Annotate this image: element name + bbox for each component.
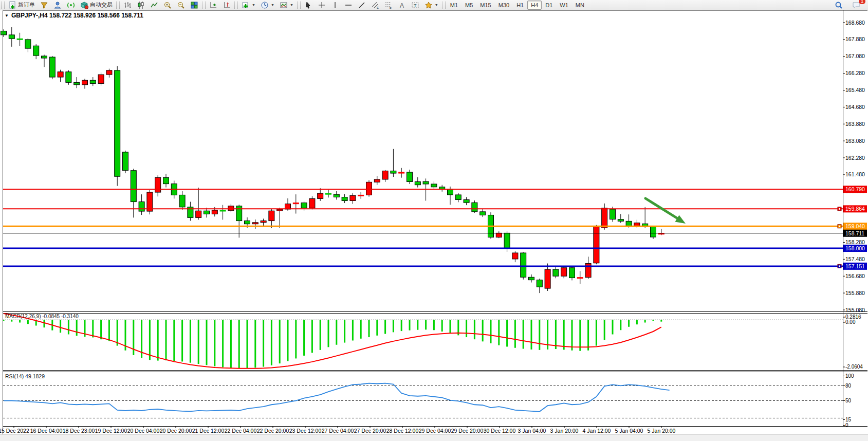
funnel-button[interactable] <box>38 0 51 10</box>
candle <box>74 82 80 85</box>
funnel-icon <box>40 1 48 9</box>
timeframe-button-M1[interactable]: M1 <box>447 1 461 10</box>
bar-chart-icon <box>123 1 132 9</box>
bar-chart-button[interactable] <box>121 0 134 10</box>
timeframe-button-M5[interactable]: M5 <box>461 1 476 10</box>
notifications-button[interactable]: 1 <box>849 0 863 10</box>
timeframe-button-H4[interactable]: H4 <box>527 1 542 10</box>
candle <box>423 181 429 184</box>
candle <box>33 46 39 56</box>
toolbar-grip[interactable] <box>442 2 446 9</box>
price-tag-label: 159.040 <box>845 223 865 229</box>
macd-label: MACD(12,26,9) -0.0845 -0.3140 <box>5 314 79 319</box>
candle <box>245 221 250 224</box>
chart-shift-button[interactable] <box>220 0 233 10</box>
periods-dropdown[interactable]: ▼ <box>258 0 277 10</box>
mt-terminal-window: { "toolbar": { "new_order_label": "新订单",… <box>0 0 868 441</box>
price-tag-label: 160.790 <box>845 186 865 192</box>
time-tick-label: 29 Dec 04:00 <box>419 428 451 434</box>
new-order-button[interactable]: 新订单 <box>6 0 38 10</box>
candle <box>407 172 413 181</box>
time-tick-label: 5 Jan 04:00 <box>615 428 643 434</box>
timeframe-button-M30[interactable]: M30 <box>495 1 513 10</box>
tile-windows-icon <box>190 1 198 9</box>
candle <box>42 56 47 58</box>
candle <box>66 72 71 83</box>
time-tick-label: 22 Dec 04:00 <box>225 428 257 434</box>
candle <box>49 57 55 77</box>
timeframe-button-MN[interactable]: MN <box>572 1 588 10</box>
time-tick-label: 4 Jan 12:00 <box>583 428 611 434</box>
price-tick-label: 161.480 <box>845 171 865 177</box>
add-indicator-icon <box>242 1 250 9</box>
signals-button[interactable] <box>64 0 78 10</box>
candle <box>553 269 559 276</box>
horizontal-line-button[interactable] <box>342 0 355 10</box>
timeframe-button-D1[interactable]: D1 <box>542 1 556 10</box>
timeframe-button-H1[interactable]: H1 <box>513 1 527 10</box>
text-button[interactable]: A <box>395 0 409 10</box>
candle <box>334 194 339 197</box>
time-tick-label: 29 Dec 20:00 <box>451 428 484 434</box>
search-button[interactable] <box>832 0 845 10</box>
candle <box>651 227 656 237</box>
candle <box>464 199 469 203</box>
text-label-button[interactable]: T <box>409 0 422 10</box>
zoom-in-button[interactable] <box>161 0 174 10</box>
candle <box>504 233 510 248</box>
crosshair-icon <box>318 1 326 9</box>
toolbar-grip[interactable] <box>234 2 238 9</box>
candle <box>382 171 388 179</box>
trendline-button[interactable] <box>355 0 368 10</box>
candle <box>293 203 299 204</box>
candle <box>318 193 323 198</box>
candle <box>163 177 169 183</box>
timeframe-button-M15[interactable]: M15 <box>476 1 494 10</box>
time-tick-label: 22 Dec 20:00 <box>257 428 289 434</box>
timeframe-button-W1[interactable]: W1 <box>556 1 572 10</box>
candle <box>480 212 486 215</box>
candle <box>399 172 404 173</box>
candle <box>326 193 331 194</box>
macd-axis-label: -2.0604 <box>845 364 863 370</box>
candle <box>204 211 210 214</box>
equidistant-channel-button[interactable]: E <box>368 0 382 10</box>
candle <box>448 189 453 195</box>
add-indicator-dropdown[interactable]: ▼ <box>239 0 258 10</box>
auto-scroll-icon <box>209 1 217 9</box>
time-tick-label: 18 Dec 23:00 <box>63 428 95 434</box>
template-dropdown[interactable]: ▼ <box>277 0 296 10</box>
toolbar-grip[interactable] <box>202 2 206 9</box>
hline-handle-dot <box>839 208 840 210</box>
candle <box>252 223 258 224</box>
candle <box>537 280 542 287</box>
auto-scroll-button[interactable] <box>207 0 220 10</box>
svg-text:A: A <box>400 2 404 9</box>
time-tick-label: 16 Dec 04:00 <box>30 428 63 434</box>
vertical-line-button[interactable] <box>328 0 342 10</box>
tile-windows-button[interactable] <box>188 0 201 10</box>
toolbar-grip[interactable] <box>116 2 120 9</box>
horizontal-line-icon <box>344 1 353 9</box>
candle <box>98 75 104 83</box>
candle <box>561 268 567 276</box>
candle <box>512 253 518 259</box>
shapes-dropdown[interactable]: ▼ <box>422 0 441 10</box>
algo-trading-button[interactable]: 自动交易 <box>78 0 115 10</box>
profile-button[interactable] <box>51 0 64 10</box>
candle <box>391 171 396 174</box>
toolbar-grip[interactable] <box>1 2 5 9</box>
candle <box>577 278 583 279</box>
chart-canvas[interactable]: 168.680167.880167.080166.280165.480164.6… <box>0 0 868 441</box>
symbol-dropdown-icon[interactable]: ▼ <box>5 13 9 18</box>
line-chart-button[interactable] <box>147 0 161 10</box>
cursor-button[interactable] <box>302 0 315 10</box>
toolbar-grip[interactable] <box>297 2 301 9</box>
fibonacci-button[interactable]: F <box>382 0 395 10</box>
zoom-out-button[interactable] <box>174 0 188 10</box>
svg-text:F: F <box>390 6 392 9</box>
time-tick-label: 20 Dec 04:00 <box>127 428 160 434</box>
price-tick-label: 157.480 <box>845 256 865 262</box>
crosshair-button[interactable] <box>315 0 328 10</box>
candlestick-chart-button[interactable] <box>134 0 147 10</box>
